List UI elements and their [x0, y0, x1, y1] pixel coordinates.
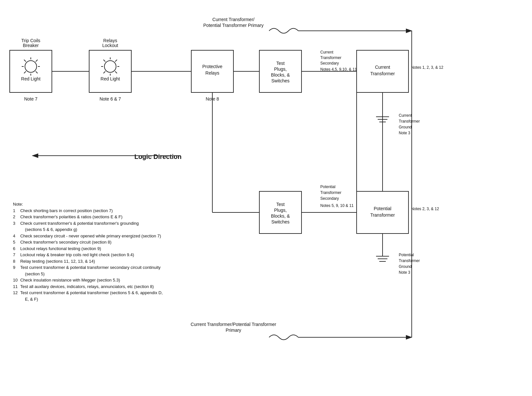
ct-secondary-label-1: Current: [320, 50, 334, 54]
pt-ground-label-2: Transformer: [399, 258, 420, 263]
ct-ground-label-4: Note 3: [399, 131, 410, 135]
ct-right-notes: Notes 1, 2, 3, & 12: [411, 65, 443, 70]
note7-label: Note 7: [24, 96, 37, 102]
ct-primary-top-label: Current Transformer/: [212, 17, 254, 22]
pt-secondary-label-3: Secondary: [320, 196, 339, 201]
note-text-8: Relay testing (sections 11, 12, 13, & 14…: [20, 258, 162, 265]
note-num-11: 11: [13, 283, 20, 290]
pt-ground-label-4: Note 3: [399, 270, 410, 275]
note-row: 8 Relay testing (sections 11, 12, 13, & …: [13, 258, 163, 265]
ct-ground-label-1: Current: [399, 113, 412, 118]
protective-relays-label-2: Relays: [206, 70, 219, 76]
potential-transformer-label-1: Potential: [374, 206, 391, 211]
note-text-4: Check secondary circuit - never opened w…: [20, 233, 162, 239]
ct-secondary-label-3: Secondary: [320, 61, 339, 66]
current-transformer-label-2: Transformer: [370, 71, 395, 76]
note-num-4: 4: [13, 233, 20, 239]
logic-direction-label: Logic Direction: [134, 153, 182, 160]
note-row: 11 Test all auxilary devices, indicators…: [13, 283, 163, 290]
test-plugs-top-label-4: Switches: [271, 78, 290, 83]
test-plugs-bottom-label-3: Blocks, &: [271, 213, 290, 219]
note-row: 1 Check shorting bars in correct positio…: [13, 208, 163, 214]
note-num-7: 7: [13, 252, 20, 258]
potential-transformer-label-2: Transformer: [370, 212, 395, 218]
lockout-relays-box: [89, 50, 131, 92]
note-text-9: Test current transformer & potential tra…: [20, 264, 162, 277]
note-row: 2 Check transformer's polarities & ratio…: [13, 214, 163, 220]
breaker-trip-box: [10, 50, 52, 92]
notes-section: Note: 1 Check shorting bars in correct p…: [13, 201, 163, 302]
ct-secondary-label-2: Transformer: [320, 55, 341, 60]
test-plugs-bottom-label-2: Plugs,: [274, 208, 287, 213]
note-row: 4 Check secondary circuit - never opened…: [13, 233, 163, 239]
note-row: 5 Check transformer's secondary circuit …: [13, 239, 163, 246]
pt-secondary-notes: Notes 5, 9, 10 & 11: [320, 203, 354, 208]
current-transformer-label-1: Current: [375, 65, 390, 70]
ct-ground-label-3: Ground: [399, 125, 412, 129]
lockout-relays-label-1: Lockout: [102, 43, 118, 48]
test-plugs-top-label-3: Blocks, &: [271, 72, 290, 78]
note-text-5: Check transformer's secondary circuit (s…: [20, 239, 162, 246]
ct-ground-label-2: Transformer: [399, 119, 420, 124]
note-row: 9 Test current transformer & potential t…: [13, 264, 163, 277]
note-row: 10 Check insulation resistance with Megg…: [13, 277, 163, 283]
note-text-11: Test all auxilary devices, indicators, r…: [20, 283, 162, 290]
note-text-7: Lockout relay & breaker trip coils red l…: [20, 252, 162, 258]
note-row: 12 Test current transformer & potential …: [13, 290, 163, 302]
breaker-trip-label-2: Trip Coils: [21, 38, 41, 43]
test-plugs-top-label-1: Test: [276, 61, 285, 66]
red-light-1-label: Red Light: [21, 76, 41, 81]
protective-relays-label-1: Protective: [202, 64, 222, 69]
note-row: 7 Lockout relay & breaker trip coils red…: [13, 252, 163, 258]
red-light-2-label: Red Light: [100, 76, 120, 81]
note-text-6: Lockout relays functional testing (secti…: [20, 246, 162, 252]
ct-pt-primary-bottom-label-2: Primary: [226, 328, 241, 333]
note-num-9: 9: [13, 264, 20, 277]
note-num-2: 2: [13, 214, 20, 220]
ct-secondary-notes: Notes 4,5, 9,10, & 11: [320, 67, 357, 72]
note-num-10: 10: [13, 277, 20, 283]
ct-pt-primary-bottom-label-1: Current Transformer/Potential Transforme…: [191, 322, 276, 327]
note-num-8: 8: [13, 258, 20, 265]
note-num-12: 12: [13, 290, 20, 302]
test-plugs-top-label-2: Plugs,: [274, 66, 287, 72]
test-plugs-bottom-label-1: Test: [276, 202, 285, 207]
note-row: 6 Lockout relays functional testing (sec…: [13, 246, 163, 252]
note-num-6: 6: [13, 246, 20, 252]
note-row: 3 Check current transformer's & potentia…: [13, 220, 163, 233]
lockout-relays-label-2: Relays: [103, 38, 117, 43]
ct-primary-top-label2: Potential Transformer Primary: [203, 23, 264, 28]
pt-ground-label-3: Ground: [399, 264, 412, 269]
breaker-trip-label-1: Breaker: [23, 43, 39, 48]
note-text-12: Test current transformer & potential tra…: [20, 290, 162, 302]
note-text-1: Check shorting bars in correct position …: [20, 208, 162, 214]
note-text-10: Check insulation resistance with Megger …: [20, 277, 162, 283]
note67-label: Note 6 & 7: [100, 96, 121, 102]
note-num-5: 5: [13, 239, 20, 246]
diagram-container: .box { fill: #fff; stroke: #222; stroke-…: [0, 0, 532, 396]
pt-secondary-label-2: Transformer: [320, 190, 341, 195]
notes-title: Note:: [13, 202, 23, 207]
note-text-2: Check transformer's polarities & ratios …: [20, 214, 162, 220]
pt-secondary-label-1: Potential: [320, 185, 336, 189]
pt-right-notes: Notes 2, 3, & 12: [411, 207, 439, 211]
note-num-1: 1: [13, 208, 20, 214]
test-plugs-bottom-label-4: Switches: [271, 219, 290, 224]
note-num-3: 3: [13, 220, 20, 233]
note-text-3: Check current transformer's & potential …: [20, 220, 162, 233]
notes-table: 1 Check shorting bars in correct positio…: [13, 208, 163, 303]
